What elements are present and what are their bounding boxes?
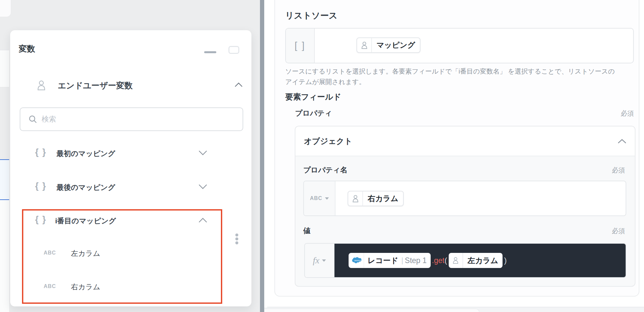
pipe-separator: | (400, 253, 405, 268)
object-card-title: オブジェクト (304, 136, 352, 146)
record-chip-label: レコード (364, 253, 400, 268)
object-braces-icon: { } (35, 147, 47, 157)
formula-type-selector[interactable]: fx (305, 244, 334, 277)
child-variable-left-column[interactable]: ABC 左カラム (10, 247, 220, 260)
value-label: 値 (303, 226, 311, 236)
scrollbar-thumb[interactable] (260, 0, 264, 312)
background-card-fragment (0, 0, 11, 17)
variable-row-last-mapping[interactable]: { } 最後のマッピング (10, 180, 251, 195)
background-step-row (0, 200, 9, 312)
chevron-up-icon[interactable] (618, 139, 626, 144)
chevron-up-icon[interactable] (235, 82, 243, 87)
object-card: オブジェクト プロパティ名 必須 ABC 右カラム 値 (295, 126, 635, 287)
chevron-down-icon[interactable] (199, 184, 207, 189)
record-chip-step: Step 1 (405, 253, 431, 268)
variables-panel: 変数 エンドユーザー変数 { } 最初のマッピング { } 最後のマッピング (10, 30, 251, 306)
user-icon (357, 38, 372, 52)
list-type-bracket-icon: [ ] (286, 29, 315, 63)
background-step-row (0, 50, 9, 87)
minimize-button[interactable] (204, 51, 216, 53)
child-variable-label: 左カラム (71, 249, 100, 258)
chip-label: マッピング (372, 38, 420, 52)
property-name-label: プロパティ名 (303, 165, 348, 175)
left-column-argument-chip[interactable]: 左カラム (449, 253, 503, 268)
get-method-token: .get (432, 256, 444, 265)
list-source-input[interactable]: [ ] マッピング (285, 28, 634, 63)
svg-text:salesforce: salesforce (354, 260, 361, 261)
variable-row-first-mapping[interactable]: { } 最初のマッピング (10, 146, 251, 161)
fx-icon: fx (313, 255, 319, 266)
child-variable-right-column[interactable]: ABC 右カラム (10, 280, 220, 294)
formula-editor[interactable]: salesforce レコード | Step 1 .get ( 左カラム ) (334, 244, 626, 277)
list-source-description: ソースにするリストを選択します。各要素フィールドで「i番目の変数名」 を選択する… (285, 66, 636, 87)
variable-search-box[interactable] (20, 107, 243, 131)
background-selected-step-row (0, 159, 9, 200)
type-abc-label: ABC (310, 195, 322, 201)
user-icon (36, 80, 46, 92)
type-abc-icon: ABC (44, 283, 56, 289)
variables-panel-title: 変数 (19, 43, 35, 54)
required-badge: 必須 (621, 109, 634, 118)
chip-label: 左カラム (463, 253, 503, 268)
description-line-2: アイテムが展開されます。 (285, 77, 636, 87)
required-badge: 必須 (612, 227, 625, 235)
value-row: 値 必須 (303, 226, 625, 236)
search-icon (29, 115, 37, 123)
list-source-value-area[interactable]: マッピング (315, 29, 633, 63)
variable-label: 最後のマッピング (56, 183, 115, 192)
chevron-up-icon[interactable] (199, 217, 207, 223)
record-step-chip[interactable]: salesforce レコード | Step 1 (349, 253, 431, 268)
value-input[interactable]: fx salesforce レコード | Step 1 .get ( (304, 243, 626, 278)
description-line-1: ソースにするリストを選択します。各要素フィールドで「i番目の変数名」 を選択する… (285, 66, 636, 77)
mapping-variable-chip[interactable]: マッピング (356, 37, 420, 53)
field-type-selector[interactable]: ABC (304, 181, 335, 215)
salesforce-icon: salesforce (349, 253, 364, 268)
object-braces-icon: { } (35, 181, 47, 191)
child-variable-label: 右カラム (71, 282, 100, 292)
next-section-card-top (264, 309, 479, 312)
search-input[interactable] (42, 115, 243, 123)
maximize-button[interactable] (228, 46, 239, 54)
element-fields-title: 要素フィールド (285, 92, 341, 102)
chevron-down-icon[interactable] (199, 150, 207, 156)
type-abc-icon: ABC (44, 250, 56, 256)
chip-label: 右カラム (363, 191, 403, 206)
object-braces-icon: { } (35, 214, 47, 225)
right-column-variable-chip[interactable]: 右カラム (348, 191, 404, 206)
property-name-value-area[interactable]: 右カラム (335, 181, 626, 215)
user-icon (348, 191, 363, 206)
list-source-title: リストソース (285, 10, 337, 21)
variable-row-ith-mapping[interactable]: { } i番目のマッピング (10, 213, 251, 228)
property-name-row: プロパティ名 必須 (303, 165, 625, 175)
property-name-input[interactable]: ABC 右カラム (303, 181, 626, 216)
caret-down-icon (325, 197, 329, 200)
property-field-row: プロパティ 必須 (295, 108, 634, 118)
user-icon (449, 253, 463, 268)
caret-down-icon (322, 259, 326, 262)
open-paren-token: ( (444, 256, 447, 265)
property-label: プロパティ (295, 108, 332, 118)
required-badge: 必須 (612, 166, 625, 175)
enduser-variables-label: エンドユーザー変数 (58, 80, 133, 91)
variable-label: i番目のマッピング (55, 216, 116, 226)
close-paren-token: ) (504, 256, 507, 265)
object-card-header[interactable]: オブジェクト (295, 126, 635, 156)
enduser-variables-section[interactable]: エンドユーザー変数 (10, 77, 251, 94)
variable-label: 最初のマッピング (56, 149, 115, 159)
kebab-menu-button[interactable] (235, 233, 239, 245)
